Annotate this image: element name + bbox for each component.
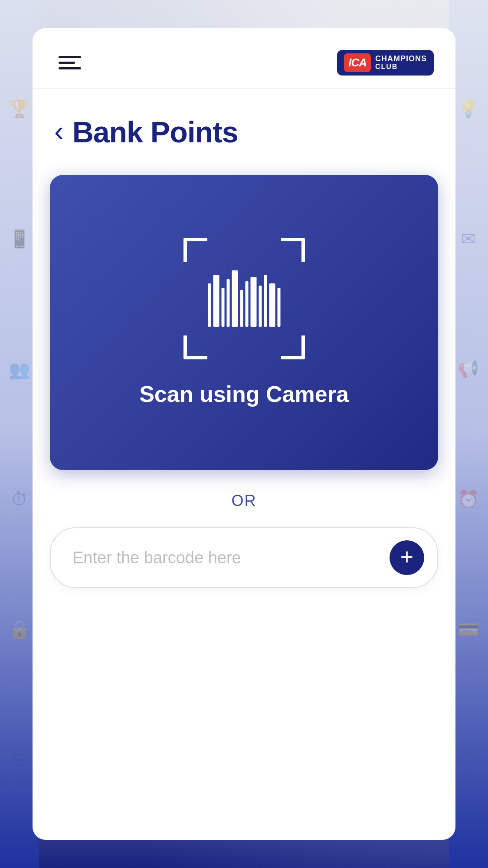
trophy-icon: 🏆: [9, 99, 30, 119]
mail-icon: ✉: [461, 229, 476, 249]
plus-icon: +: [400, 546, 413, 568]
hamburger-menu[interactable]: [54, 52, 85, 74]
ica-logo-text: ICA: [344, 53, 371, 72]
bar-2: [213, 275, 219, 327]
hamburger-line-2: [59, 62, 75, 64]
corner-bottom-left: [183, 335, 207, 359]
or-text: OR: [232, 492, 257, 510]
app-logo: ICA CHAMPIONS CLUB: [337, 50, 434, 76]
timer-icon: ⏰: [458, 489, 479, 510]
page-title-area: ‹ Bank Points: [33, 89, 455, 171]
club-label: CLUB: [375, 63, 398, 71]
barcode-input-row: +: [50, 527, 438, 588]
logo-text-block: CHAMPIONS CLUB: [375, 55, 427, 71]
corner-top-left: [183, 238, 207, 262]
hamburger-line-1: [59, 56, 81, 58]
bar-4: [226, 279, 229, 327]
corner-bottom-right: [281, 335, 305, 359]
grid-icon: ⊞: [12, 750, 27, 769]
bar-3: [221, 288, 224, 327]
corner-top-right: [281, 238, 305, 262]
page-title: Bank Points: [72, 115, 238, 149]
bar-8: [250, 277, 256, 327]
bar-9: [259, 286, 262, 327]
add-barcode-button[interactable]: +: [390, 540, 424, 575]
megaphone-icon: 📢: [458, 358, 479, 379]
barcode-bars: [208, 270, 280, 327]
wallet-icon: 💳: [458, 619, 479, 640]
bar-7: [245, 281, 248, 327]
hamburger-line-3: [59, 67, 81, 69]
scan-label: Scan using Camera: [139, 381, 349, 407]
bulb-icon: 💡: [458, 99, 479, 119]
lock-icon: 🔒: [9, 619, 30, 640]
bar-5: [232, 270, 238, 327]
person-icon: 👥: [9, 359, 30, 380]
bar-6: [240, 290, 243, 327]
phone-icon: 📱: [9, 229, 30, 249]
clock-icon: ⏱: [11, 490, 28, 509]
header: ICA CHAMPIONS CLUB: [33, 28, 455, 89]
barcode-input-field[interactable]: [72, 549, 390, 567]
or-divider: OR: [33, 492, 455, 510]
champions-label: CHAMPIONS: [375, 55, 427, 63]
bar-1: [208, 283, 211, 327]
checklist-icon: ☑: [461, 750, 476, 769]
bar-11: [269, 283, 275, 327]
main-card: ICA CHAMPIONS CLUB ‹ Bank Points: [33, 28, 455, 840]
scan-camera-button[interactable]: Scan using Camera: [50, 175, 438, 470]
back-button[interactable]: ‹: [54, 117, 64, 145]
bar-10: [264, 275, 267, 327]
bar-12: [277, 288, 280, 327]
barcode-scan-icon: [183, 238, 305, 359]
